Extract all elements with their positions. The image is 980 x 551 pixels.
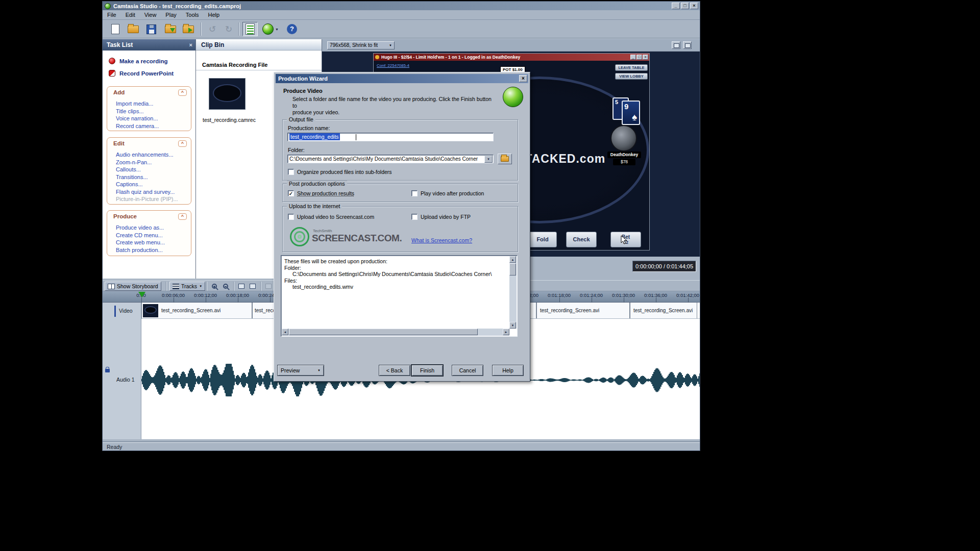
zoom-selection-button[interactable] (237, 282, 246, 290)
zoom-in-button[interactable] (210, 282, 219, 290)
fullscreen-preview-button[interactable] (683, 41, 692, 49)
lock-icon[interactable] (105, 369, 110, 372)
new-project-button[interactable] (108, 22, 123, 36)
split-button[interactable] (264, 282, 273, 290)
dropdown-arrow-icon[interactable]: ▼ (275, 28, 279, 31)
task-link[interactable]: Transitions... (116, 173, 189, 181)
dialog-close-button[interactable]: × (519, 75, 527, 82)
scroll-left-icon[interactable]: ◄ (282, 329, 288, 335)
post-production-group: Post production options ✓ Show productio… (282, 184, 518, 202)
produce-video-button[interactable]: ▼ (260, 22, 281, 36)
what-is-screencast-link[interactable]: What is Screencast.com? (411, 237, 472, 243)
scrollbar-thumb[interactable] (289, 329, 478, 335)
toolbar-separator (206, 282, 207, 291)
redo-button[interactable]: ↻ (221, 22, 236, 36)
produce-section-title: Produce (113, 213, 137, 219)
task-link[interactable]: Title clips... (116, 108, 189, 115)
tracks-dropdown[interactable]: Tracks ▼ (169, 282, 205, 291)
preview-zoom-select[interactable]: 796x568, Shrink to fit ▼ (327, 41, 395, 49)
task-link[interactable]: Create CD menu... (116, 232, 189, 239)
minimize-button[interactable]: _ (672, 3, 680, 9)
scroll-right-icon[interactable]: ► (503, 329, 509, 335)
maximize-button[interactable]: □ (681, 3, 689, 9)
clip-bin-header: Clip Bin (196, 39, 322, 51)
menu-item[interactable]: View (140, 10, 161, 20)
task-list-toggle-button[interactable] (242, 22, 258, 36)
make-a-recording-item[interactable]: Make a recording (109, 58, 168, 64)
split-icon (265, 284, 272, 289)
dialog-titlebar[interactable]: Production Wizard × (276, 74, 528, 83)
menu-item[interactable]: Help (203, 10, 224, 20)
back-button[interactable]: < Back (379, 365, 410, 376)
undo-button[interactable]: ↺ (205, 22, 220, 36)
scroll-down-icon[interactable]: ▼ (509, 322, 516, 329)
clip-thumbnail[interactable] (209, 78, 246, 110)
import-folder-icon (165, 26, 176, 33)
cancel-button[interactable]: Cancel (452, 365, 483, 376)
produce-share-button[interactable] (181, 22, 196, 36)
clip-name: test_recording_Screen.avi (633, 308, 693, 313)
task-link[interactable]: Voice narration... (116, 115, 189, 122)
leave-table-button: LEAVE TABLE (615, 64, 648, 71)
task-link[interactable]: Create web menu... (116, 239, 189, 246)
production-name-input[interactable]: test_recording_edits (287, 133, 494, 141)
share-folder-icon (183, 26, 194, 33)
task-link[interactable]: Record camera... (116, 122, 189, 130)
task-link[interactable]: Picture-in-Picture (PIP)... (116, 195, 189, 203)
help-button[interactable]: ? (284, 22, 300, 36)
task-link[interactable]: Captions... (116, 181, 189, 188)
task-link[interactable]: Produce video as... (116, 224, 189, 232)
timecode-display: 0:00:00;00 / 0:01:44;05 (632, 261, 696, 272)
task-link[interactable]: Import media... (116, 100, 189, 108)
browse-folder-button[interactable] (498, 154, 512, 164)
task-link[interactable]: Flash quiz and survey... (116, 188, 189, 196)
menu-item[interactable]: Edit (121, 10, 140, 20)
zoom-out-button[interactable] (221, 282, 230, 290)
task-link[interactable]: Zoom-n-Pan... (116, 159, 189, 166)
scroll-up-icon[interactable]: ▲ (509, 256, 516, 263)
menu-item[interactable]: Tools (181, 10, 204, 20)
show-storyboard-button[interactable]: Show Storyboard (105, 282, 161, 291)
menu-item[interactable]: Play (161, 10, 181, 20)
upload-ftp-checkbox[interactable] (411, 214, 418, 220)
task-link[interactable]: Batch production... (116, 246, 189, 254)
collapse-chevron-icon[interactable]: ^ (178, 140, 187, 147)
close-button: × (643, 55, 648, 60)
preview-split-button[interactable]: Preview ▼ (277, 365, 324, 376)
import-media-button[interactable] (163, 22, 178, 36)
close-button[interactable]: × (690, 3, 698, 9)
scrollbar-thumb[interactable] (509, 263, 516, 276)
files-preview-box: These files will be created upon product… (281, 255, 518, 337)
toolbar-separator (166, 282, 167, 291)
folder-combobox[interactable]: C:\Documents and Settings\Chris\My Docum… (287, 155, 494, 163)
horizontal-scrollbar[interactable]: ◄ ► (282, 329, 509, 336)
help-button[interactable]: Help (492, 365, 524, 376)
timeline-clip[interactable]: test_recording_Screen.avi (630, 303, 697, 318)
vertical-scrollbar[interactable]: ▲ ▼ (509, 256, 517, 329)
collapse-chevron-icon[interactable]: ^ (178, 89, 187, 96)
record-powerpoint-item[interactable]: Record PowerPoint (109, 70, 174, 77)
show-production-results-checkbox[interactable]: ✓ (288, 190, 294, 196)
task-list-close-icon[interactable]: × (189, 39, 192, 51)
menu-item[interactable]: File (103, 10, 121, 20)
clip-filename: test_recording.camrec (203, 117, 256, 123)
task-link[interactable]: Callouts... (116, 166, 189, 173)
detach-preview-button[interactable] (672, 41, 680, 49)
task-link[interactable]: Audio enhancements... (116, 151, 189, 159)
dropdown-arrow-icon[interactable]: ▼ (484, 156, 493, 163)
collapse-chevron-icon[interactable]: ^ (178, 213, 187, 220)
ruler-label: 0:00:18;00 (222, 292, 254, 298)
organize-subfolders-checkbox[interactable] (288, 169, 294, 175)
playhead[interactable] (138, 292, 145, 297)
save-project-button[interactable] (143, 22, 159, 36)
open-project-button[interactable] (126, 22, 141, 36)
timeline-clip[interactable]: test_recording_Screen.avi (141, 303, 252, 318)
timeline-clip[interactable]: test_recording_Screen.avi (536, 303, 630, 318)
finish-button[interactable]: Finish (411, 365, 443, 376)
zoom-fit-button[interactable] (248, 282, 257, 290)
play-video-after-checkbox[interactable] (411, 190, 418, 196)
upload-screencast-checkbox[interactable] (288, 214, 294, 220)
produce-logo-icon (503, 87, 523, 107)
show-storyboard-label: Show Storyboard (117, 283, 158, 289)
record-icon (109, 58, 115, 64)
